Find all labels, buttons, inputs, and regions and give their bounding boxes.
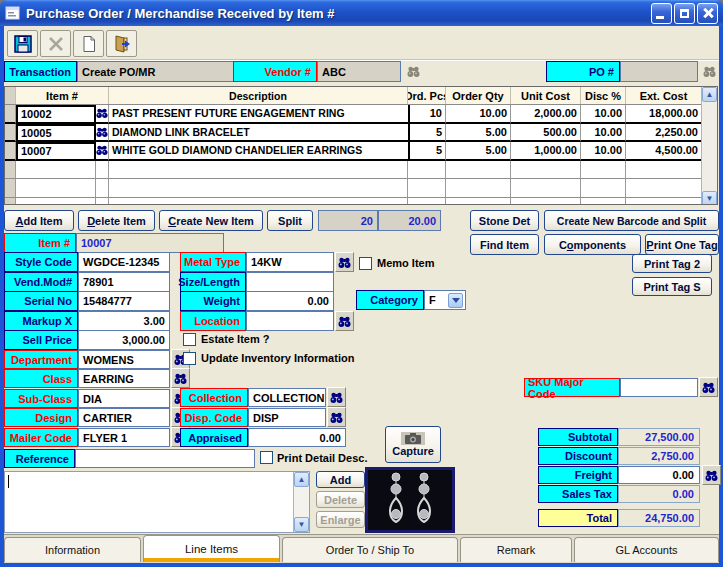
row-binoculars-icon[interactable] [96, 107, 108, 119]
find-item-button[interactable]: Find Item [470, 234, 539, 255]
vendor-input[interactable]: ABC [317, 61, 401, 82]
sales-tax-value: 0.00 [618, 485, 700, 503]
collection-binoculars-icon[interactable] [327, 387, 346, 407]
table-row-empty[interactable] [5, 198, 702, 206]
row-binoculars-icon[interactable] [96, 144, 108, 156]
print-tag-2-button[interactable]: Print Tag 2 [632, 254, 712, 273]
save-button[interactable] [7, 30, 38, 57]
appraised-label: Appraised [180, 428, 248, 447]
create-new-item-button[interactable]: Create New Item [159, 210, 263, 231]
table-row[interactable]: 10005 DIAMOND LINK BRACELET 5 5.00 500.0… [5, 124, 702, 143]
class-input[interactable]: EARRING [78, 369, 170, 388]
sku-major-code-label: SKU Major Code [524, 378, 620, 397]
table-scrollbar[interactable]: ▲ ▼ [701, 87, 717, 205]
delete-button[interactable]: Delete [316, 491, 365, 508]
close-button[interactable] [697, 3, 718, 24]
appraised-input[interactable]: 0.00 [248, 428, 346, 447]
location-binoculars-icon[interactable] [335, 311, 354, 331]
split-button[interactable]: Split [267, 210, 313, 231]
cancel-button[interactable] [40, 30, 71, 57]
design-input[interactable]: CARTIER [78, 408, 170, 427]
po-number-input[interactable] [620, 61, 698, 82]
collection-input[interactable]: COLLECTION [248, 388, 326, 407]
print-tag-s-button[interactable]: Print Tag S [632, 277, 712, 296]
table-row[interactable]: 10002 PAST PRESENT FUTURE ENGAGEMENT RIN… [5, 105, 702, 124]
title-bar: Purchase Order / Merchandise Received by… [0, 0, 723, 26]
delete-item-button[interactable]: Delete Item [78, 210, 155, 231]
freight-input[interactable]: 0.00 [618, 466, 700, 484]
add-item-button[interactable]: Add Item [4, 210, 74, 231]
markup-input[interactable]: 3.00 [78, 311, 170, 331]
col-ord-pcs: Ord. Pcs [408, 87, 446, 104]
update-inventory-checkbox[interactable] [183, 352, 196, 365]
freight-binoculars-icon[interactable] [702, 465, 721, 485]
scroll-up-icon[interactable]: ▲ [702, 87, 717, 102]
transaction-label: Transaction [4, 61, 77, 82]
tab-information[interactable]: Information [4, 537, 141, 562]
disp-code-binoculars-icon[interactable] [327, 407, 346, 427]
camera-icon [401, 432, 425, 445]
table-row-empty[interactable] [5, 179, 702, 198]
stone-det-button[interactable]: Stone Det [470, 210, 539, 231]
item-number-input[interactable]: 10007 [76, 233, 224, 253]
tab-remark[interactable]: Remark [460, 537, 572, 562]
sku-major-code-binoculars-icon[interactable] [699, 377, 718, 397]
add-button[interactable]: Add [316, 471, 365, 488]
metal-type-label: Metal Type [180, 252, 246, 272]
size-length-input[interactable] [246, 272, 334, 292]
memo-item-checkbox[interactable] [359, 257, 372, 270]
location-label: Location [180, 311, 246, 331]
maximize-button[interactable] [674, 3, 695, 24]
reference-label: Reference [4, 449, 75, 468]
sub-class-input[interactable]: DIA [78, 389, 170, 408]
reference-input[interactable] [75, 449, 255, 468]
metal-type-binoculars-icon[interactable] [335, 252, 354, 272]
print-detail-checkbox[interactable] [260, 451, 273, 464]
freight-label: Freight [538, 466, 618, 484]
serial-no-input[interactable]: 15484777 [78, 291, 170, 311]
detail-description-textarea[interactable]: ▲ ▼ [4, 471, 310, 533]
scroll-down-icon[interactable]: ▼ [702, 191, 717, 205]
disp-code-input[interactable]: DISP [248, 408, 326, 427]
tab-gl-accounts[interactable]: GL Accounts [574, 537, 719, 562]
tab-line-items[interactable]: Line Items [143, 535, 280, 562]
new-document-button[interactable] [73, 30, 104, 57]
vend-mod-label: Vend.Mod# [4, 272, 78, 292]
category-select[interactable]: F [424, 290, 466, 310]
metal-type-input[interactable]: 14KW [246, 252, 334, 272]
capture-button[interactable]: Capture [385, 426, 441, 463]
scroll-up-icon[interactable]: ▲ [294, 472, 309, 487]
exit-button[interactable] [106, 30, 137, 57]
style-code-input[interactable]: WGDCE-12345 [78, 252, 170, 272]
table-row-empty[interactable] [5, 161, 702, 180]
row-binoculars-icon[interactable] [96, 126, 108, 138]
print-one-tag-button[interactable]: Print One Tag [645, 234, 719, 255]
mailer-code-input[interactable]: FLYER 1 [78, 428, 170, 447]
textarea-scrollbar[interactable]: ▲ ▼ [293, 472, 309, 532]
estate-item-checkbox[interactable] [183, 333, 196, 346]
sell-price-input[interactable]: 3,000.00 [78, 330, 170, 350]
department-input[interactable]: WOMENS [78, 350, 170, 369]
transaction-select[interactable]: Create PO/MR [77, 61, 257, 82]
maximize-icon [680, 9, 689, 18]
weight-input[interactable]: 0.00 [246, 291, 334, 311]
table-row[interactable]: 10007 WHITE GOLD DIAMOND CHANDELIER EARR… [5, 142, 702, 161]
minimize-button[interactable] [651, 3, 672, 24]
location-input[interactable] [246, 311, 334, 331]
vendor-binoculars-icon[interactable] [404, 61, 423, 81]
sku-major-code-input[interactable] [620, 378, 698, 397]
markup-label: Markup X [4, 311, 78, 331]
item-image[interactable] [365, 467, 455, 533]
create-new-barcode-and-split-button[interactable]: Create New Barcode and Split [544, 210, 719, 231]
department-label: Department [4, 350, 78, 369]
scroll-down-icon[interactable]: ▼ [294, 517, 309, 532]
enlarge-button[interactable]: Enlarge [316, 511, 365, 528]
discount-label: Discount [538, 447, 618, 465]
class-binoculars-icon[interactable] [171, 368, 190, 388]
components-button[interactable]: Components [544, 234, 641, 255]
collection-label: Collection [180, 388, 248, 407]
print-detail-label: Print Detail Desc. [277, 452, 367, 464]
vend-mod-input[interactable]: 78901 [78, 272, 170, 292]
po-binoculars-icon[interactable] [700, 61, 719, 81]
tab-order-to-ship-to[interactable]: Order To / Ship To [282, 537, 458, 562]
